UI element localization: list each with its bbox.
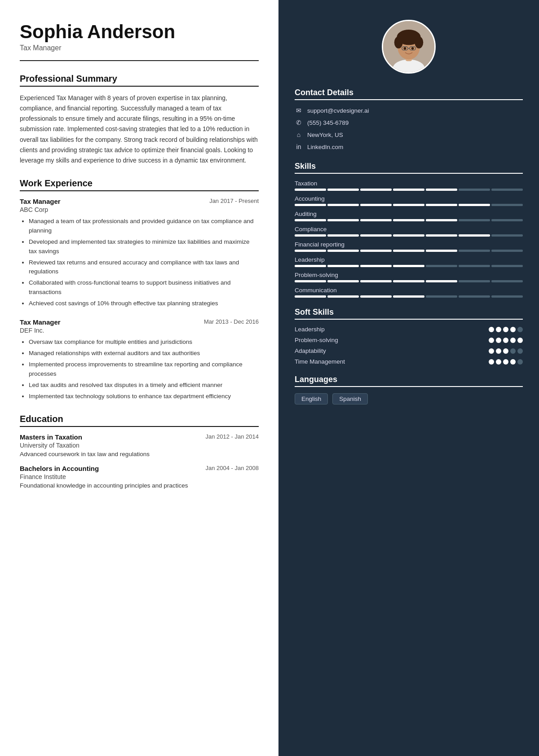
list-item: Collaborated with cross-functional teams…: [29, 278, 259, 297]
avatar: [382, 20, 436, 74]
skill-name-3: Compliance: [295, 226, 523, 233]
dot: [496, 359, 501, 365]
edu-degree-1: Bachelors in Accounting: [20, 465, 99, 472]
skill-name-4: Financial reporting: [295, 241, 523, 248]
dot: [503, 348, 508, 354]
job-title-1: Tax Manager: [20, 318, 61, 326]
skill-name-7: Communication: [295, 287, 523, 294]
skill-segment: [491, 265, 523, 267]
edu-degree-0: Masters in Taxation: [20, 433, 82, 441]
name-block: Sophia Anderson Tax Manager: [20, 22, 259, 52]
skills-bars: TaxationAccountingAuditingComplianceFina…: [295, 180, 523, 298]
dot: [503, 338, 508, 343]
skill-name-2: Auditing: [295, 211, 523, 217]
list-item: Implemented process improvements to stre…: [29, 360, 259, 379]
list-item: Managed relationships with external audi…: [29, 349, 259, 358]
summary-section: Professional Summary Experienced Tax Man…: [20, 74, 259, 166]
skill-name-1: Accounting: [295, 195, 523, 202]
contact-linkedin: in LinkedIn.com: [295, 143, 523, 151]
skill-segment: [426, 189, 457, 191]
skill-segment: [491, 189, 523, 191]
job-date-0: Jan 2017 - Present: [209, 198, 259, 204]
dot: [489, 327, 494, 332]
dot: [517, 359, 523, 365]
skill-segment: [491, 295, 523, 298]
skill-segment: [360, 265, 392, 267]
edu-block-1: Bachelors in Accounting Jan 2004 - Jan 2…: [20, 465, 259, 489]
list-item: Led tax audits and resolved tax disputes…: [29, 381, 259, 390]
skill-segment: [295, 265, 326, 267]
soft-skill-name-0: Leadership: [295, 326, 325, 333]
soft-skill-dots-2: [489, 348, 523, 354]
skill-name-5: Leadership: [295, 256, 523, 263]
skill-segment: [426, 295, 457, 298]
skill-segment: [360, 189, 392, 191]
skill-item-2: Auditing: [295, 211, 523, 221]
skill-bar-0: [295, 189, 523, 191]
edu-date-1: Jan 2004 - Jan 2008: [205, 465, 259, 471]
svg-point-7: [397, 32, 407, 41]
skill-segment: [459, 204, 490, 206]
language-tag-1: Spanish: [332, 393, 368, 404]
skill-segment: [426, 280, 457, 282]
contact-email: ✉ support@cvdesigner.ai: [295, 106, 523, 114]
skill-item-5: Leadership: [295, 256, 523, 267]
dot: [489, 359, 494, 365]
contact-heading: Contact Details: [295, 88, 523, 100]
soft-skill-name-3: Time Management: [295, 358, 345, 365]
skill-segment: [360, 280, 392, 282]
soft-skill-item-3: Time Management: [295, 358, 523, 365]
soft-skills-list: LeadershipProblem-solvingAdaptabilityTim…: [295, 326, 523, 365]
dot: [503, 359, 508, 365]
contact-email-text: support@cvdesigner.ai: [307, 107, 369, 114]
skill-segment: [327, 219, 359, 221]
skill-segment: [491, 250, 523, 252]
soft-skills-heading: Soft Skills: [295, 308, 523, 320]
svg-point-13: [411, 47, 414, 50]
skill-segment: [393, 204, 424, 206]
edu-date-0: Jan 2012 - Jan 2014: [205, 433, 259, 440]
dot: [503, 327, 508, 332]
skill-segment: [459, 280, 490, 282]
skill-segment: [459, 295, 490, 298]
contact-section: Contact Details ✉ support@cvdesigner.ai …: [295, 88, 523, 151]
contact-location-text: NewYork, US: [307, 132, 343, 138]
dot: [517, 327, 523, 332]
candidate-title: Tax Manager: [20, 44, 259, 52]
skill-segment: [393, 280, 424, 282]
skill-segment: [295, 234, 326, 237]
contact-phone-text: (555) 345-6789: [307, 119, 349, 126]
skill-segment: [360, 219, 392, 221]
dot: [496, 348, 501, 354]
edu-school-1: Finance Institute: [20, 473, 259, 480]
soft-skills-section: Soft Skills LeadershipProblem-solvingAda…: [295, 308, 523, 365]
dot: [489, 348, 494, 354]
right-column: Contact Details ✉ support@cvdesigner.ai …: [278, 0, 539, 756]
dot: [517, 338, 523, 343]
skills-section: Skills TaxationAccountingAuditingComplia…: [295, 162, 523, 298]
list-item: Oversaw tax compliance for multiple enti…: [29, 338, 259, 347]
skill-segment: [327, 295, 359, 298]
soft-skill-item-2: Adaptability: [295, 347, 523, 354]
edu-desc-0: Advanced coursework in tax law and regul…: [20, 451, 259, 457]
left-column: Sophia Anderson Tax Manager Professional…: [0, 0, 278, 756]
skill-segment: [295, 250, 326, 252]
skill-segment: [459, 265, 490, 267]
job-header-0: Tax Manager Jan 2017 - Present: [20, 198, 259, 205]
soft-skill-item-0: Leadership: [295, 326, 523, 333]
edu-school-0: University of Taxation: [20, 442, 259, 449]
skill-segment: [360, 295, 392, 298]
skill-segment: [295, 204, 326, 206]
skill-bar-3: [295, 234, 523, 237]
skill-segment: [459, 189, 490, 191]
job-company-1: DEF Inc.: [20, 327, 259, 334]
language-tag-0: English: [295, 393, 328, 404]
skill-segment: [426, 219, 457, 221]
skill-segment: [459, 219, 490, 221]
phone-icon: ✆: [295, 119, 303, 127]
job-bullets-1: Oversaw tax compliance for multiple enti…: [20, 338, 259, 401]
skill-bar-5: [295, 265, 523, 267]
skill-item-7: Communication: [295, 287, 523, 298]
skill-bar-1: [295, 204, 523, 206]
skill-bar-2: [295, 219, 523, 221]
